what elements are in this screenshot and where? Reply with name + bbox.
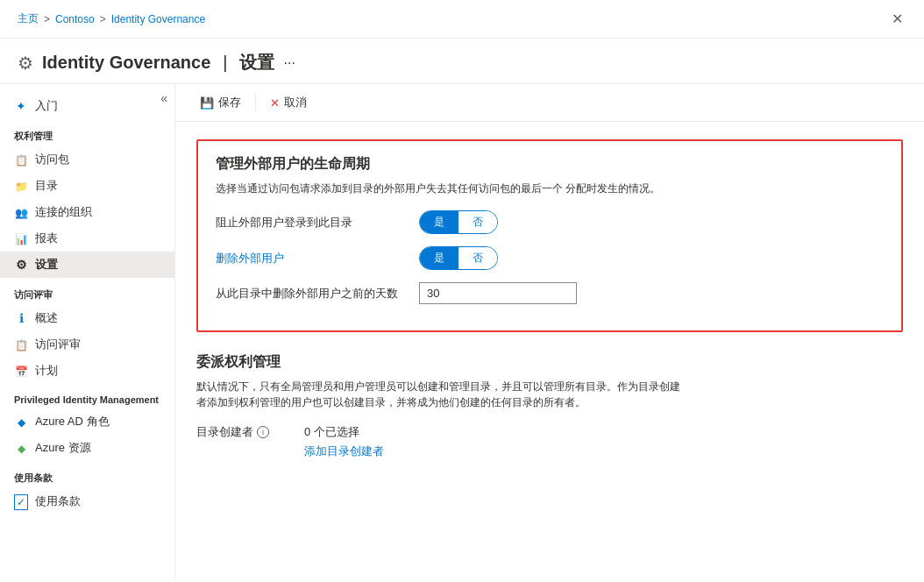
breadcrumb-sep1: > bbox=[44, 13, 50, 25]
settings-icon: ⚙ bbox=[18, 53, 33, 74]
sidebar-item-terms[interactable]: 使用条款 bbox=[0, 488, 174, 515]
access-package-icon bbox=[14, 153, 28, 167]
save-label: 保存 bbox=[218, 95, 241, 110]
overview-icon bbox=[14, 311, 28, 325]
sidebar-label-settings: 设置 bbox=[35, 257, 58, 273]
sidebar-label-azure-ad: Azure AD 角色 bbox=[35, 414, 110, 429]
delegation-title: 委派权利管理 bbox=[196, 353, 903, 372]
breadcrumb-home[interactable]: 主页 bbox=[18, 11, 39, 26]
cancel-icon bbox=[270, 96, 280, 110]
title-row: ⚙ Identity Governance | 设置 ··· bbox=[0, 39, 924, 84]
terms-icon bbox=[14, 494, 28, 508]
catalog-creators-count: 0 个已选择 bbox=[304, 424, 384, 440]
days-input[interactable] bbox=[419, 282, 577, 304]
catalog-creators-label: 目录创建者 i bbox=[196, 424, 269, 440]
block-signin-no[interactable]: 否 bbox=[458, 211, 497, 233]
add-catalog-creators-link[interactable]: 添加目录创建者 bbox=[304, 444, 384, 459]
lifecycle-desc: 选择当通过访问包请求添加到目录的外部用户失去其任何访问包的最后一个 分配时发生的… bbox=[216, 181, 672, 196]
toolbar: 保存 取消 bbox=[175, 84, 924, 122]
sidebar-label-overview: 概述 bbox=[35, 310, 58, 326]
sidebar-item-access-package[interactable]: 访问包 bbox=[0, 146, 174, 173]
sidebar-item-report[interactable]: 报表 bbox=[0, 225, 174, 252]
main-content: 保存 取消 管理外部用户的生命周期 选择当通过访问包请求添加到目录的外部用户失去… bbox=[175, 84, 924, 578]
delete-user-no[interactable]: 否 bbox=[458, 247, 497, 269]
cancel-label: 取消 bbox=[284, 95, 307, 110]
delete-user-yes[interactable]: 是 bbox=[420, 247, 458, 269]
sidebar-section-terms: 使用条款 bbox=[0, 461, 174, 488]
breadcrumb-contoso[interactable]: Contoso bbox=[55, 13, 95, 25]
block-signin-label: 阻止外部用户登录到此目录 bbox=[216, 215, 409, 231]
sidebar-label-report: 报表 bbox=[35, 231, 58, 246]
sidebar-item-plan[interactable]: 计划 bbox=[0, 358, 174, 384]
page-subtitle: 设置 bbox=[239, 51, 274, 75]
sidebar: « 入门 权利管理 访问包 目录 连接的组织 报表 设置 访问评审 bbox=[0, 84, 175, 578]
sidebar-section-access-review: 访问评审 bbox=[0, 278, 174, 305]
catalog-creators-value-col: 0 个已选择 添加目录创建者 bbox=[304, 424, 384, 459]
block-signin-yes[interactable]: 是 bbox=[420, 211, 458, 233]
sidebar-label-access-package: 访问包 bbox=[35, 152, 69, 167]
save-icon bbox=[200, 96, 214, 110]
sidebar-item-azure-ad[interactable]: Azure AD 角色 bbox=[0, 408, 174, 435]
sidebar-label-catalog: 目录 bbox=[35, 178, 58, 194]
sidebar-label-connected-org: 连接的组织 bbox=[35, 204, 92, 220]
block-signin-row: 阻止外部用户登录到此目录 是 否 bbox=[216, 210, 884, 234]
catalog-icon bbox=[14, 179, 28, 193]
sidebar-item-catalog[interactable]: 目录 bbox=[0, 173, 174, 199]
ellipsis-button[interactable]: ··· bbox=[283, 55, 295, 71]
days-label: 从此目录中删除外部用户之前的天数 bbox=[216, 286, 409, 302]
title-divider: | bbox=[223, 53, 227, 73]
sidebar-label-getting-started: 入门 bbox=[35, 98, 58, 114]
lifecycle-title: 管理外部用户的生命周期 bbox=[216, 155, 884, 174]
info-icon[interactable]: i bbox=[257, 426, 269, 438]
sidebar-item-azure-resource[interactable]: Azure 资源 bbox=[0, 435, 174, 461]
delete-user-row: 删除外部用户 是 否 bbox=[216, 246, 884, 270]
sidebar-section-pim: Privileged Identity Management bbox=[0, 384, 174, 408]
sidebar-label-plan: 计划 bbox=[35, 363, 58, 379]
close-button[interactable]: ✕ bbox=[888, 7, 906, 31]
getting-started-icon bbox=[14, 99, 28, 113]
azure-resource-icon bbox=[14, 441, 28, 455]
lifecycle-desc-text2: 分配时发生的情况。 bbox=[565, 182, 660, 195]
sidebar-item-getting-started[interactable]: 入门 bbox=[0, 93, 174, 119]
breadcrumb: 主页 > Contoso > Identity Governance bbox=[18, 11, 205, 26]
sidebar-item-connected-org[interactable]: 连接的组织 bbox=[0, 199, 174, 225]
toolbar-separator bbox=[255, 94, 256, 111]
days-row: 从此目录中删除外部用户之前的天数 bbox=[216, 282, 884, 304]
sidebar-collapse-icon[interactable]: « bbox=[160, 91, 167, 105]
block-signin-toggle[interactable]: 是 否 bbox=[419, 210, 498, 234]
sidebar-item-access-review[interactable]: 访问评审 bbox=[0, 331, 174, 358]
save-button[interactable]: 保存 bbox=[193, 91, 248, 114]
page-title: Identity Governance bbox=[42, 53, 210, 73]
content-body: 管理外部用户的生命周期 选择当通过访问包请求添加到目录的外部用户失去其任何访问包… bbox=[175, 122, 924, 498]
lifecycle-desc-text1: 选择当通过访问包请求添加到目录的外部用户失去其任何访问包的最后一个 bbox=[216, 182, 563, 195]
delegation-desc-text: 默认情况下，只有全局管理员和用户管理员可以创建和管理目录，并且可以管理所有目录。… bbox=[196, 380, 680, 408]
plan-icon bbox=[14, 364, 28, 378]
cancel-button[interactable]: 取消 bbox=[263, 91, 314, 114]
delete-user-toggle[interactable]: 是 否 bbox=[419, 246, 498, 270]
delegation-section: 委派权利管理 默认情况下，只有全局管理员和用户管理员可以创建和管理目录，并且可以… bbox=[196, 353, 903, 459]
breadcrumb-current[interactable]: Identity Governance bbox=[111, 13, 205, 25]
sidebar-item-overview[interactable]: 概述 bbox=[0, 305, 174, 331]
connected-org-icon bbox=[14, 205, 28, 219]
sidebar-settings-icon bbox=[14, 258, 28, 272]
catalog-creators-label-text: 目录创建者 bbox=[196, 424, 253, 440]
report-icon bbox=[14, 231, 28, 245]
access-review-icon bbox=[14, 337, 28, 351]
breadcrumb-sep2: > bbox=[100, 13, 106, 25]
delete-user-label: 删除外部用户 bbox=[216, 251, 409, 266]
sidebar-label-access-review: 访问评审 bbox=[35, 337, 81, 352]
sidebar-label-azure-resource: Azure 资源 bbox=[35, 440, 91, 456]
lifecycle-section: 管理外部用户的生命周期 选择当通过访问包请求添加到目录的外部用户失去其任何访问包… bbox=[196, 139, 903, 332]
delegation-desc: 默认情况下，只有全局管理员和用户管理员可以创建和管理目录，并且可以管理所有目录。… bbox=[196, 379, 687, 410]
sidebar-section-entitlement: 权利管理 bbox=[0, 119, 174, 146]
sidebar-label-terms: 使用条款 bbox=[35, 493, 81, 509]
sidebar-item-settings[interactable]: 设置 bbox=[0, 252, 174, 278]
azure-ad-icon bbox=[14, 415, 28, 429]
catalog-creators-row: 目录创建者 i 0 个已选择 添加目录创建者 bbox=[196, 424, 903, 459]
delete-user-link[interactable]: 删除外部用户 bbox=[216, 252, 284, 265]
